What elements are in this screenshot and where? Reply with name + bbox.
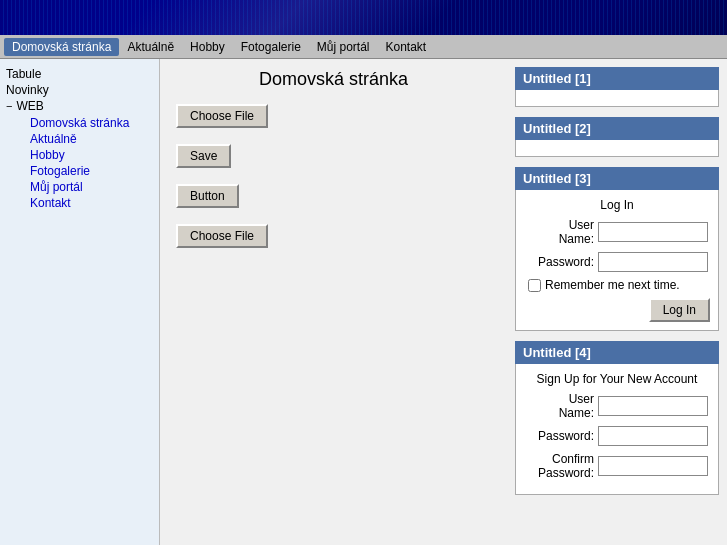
username-row: UserName:	[524, 218, 710, 246]
remember-label: Remember me next time.	[545, 278, 680, 292]
nav-item-mujportal[interactable]: Můj portál	[309, 38, 378, 56]
panel-3: Untitled [3] Log In UserName: Password: …	[515, 167, 719, 331]
signup-username-label: UserName:	[524, 392, 594, 420]
nav-item-kontakt[interactable]: Kontakt	[378, 38, 435, 56]
choose-file-2-button[interactable]: Choose File	[176, 224, 268, 248]
panel-4: Untitled [4] Sign Up for Your New Accoun…	[515, 341, 719, 495]
login-button[interactable]: Log In	[649, 298, 710, 322]
username-input[interactable]	[598, 222, 708, 242]
right-panel: Untitled [1] Untitled [2] Untitled [3] L…	[507, 59, 727, 545]
remember-checkbox[interactable]	[528, 279, 541, 292]
sidebar-link-kontakt[interactable]: Kontakt	[28, 195, 153, 211]
panel-3-body: Log In UserName: Password: Remember me n…	[515, 190, 719, 331]
main-content: Domovská stránka Choose File Save Button…	[160, 59, 507, 545]
button-wrapper: Button	[176, 184, 491, 216]
sidebar-web-label: WEB	[16, 99, 43, 113]
generic-button[interactable]: Button	[176, 184, 239, 208]
signup-password-row: Password:	[524, 426, 710, 446]
signup-confirm-label: ConfirmPassword:	[524, 452, 594, 480]
signup-confirm-row: ConfirmPassword:	[524, 452, 710, 480]
sidebar-link-mujportal[interactable]: Můj portál	[28, 179, 153, 195]
choose-file-1-button[interactable]: Choose File	[176, 104, 268, 128]
password-input[interactable]	[598, 252, 708, 272]
username-label: UserName:	[524, 218, 594, 246]
sidebar-link-fotogalerie[interactable]: Fotogalerie	[28, 163, 153, 179]
login-btn-row: Log In	[524, 298, 710, 322]
top-banner	[0, 0, 727, 35]
password-row: Password:	[524, 252, 710, 272]
panel-1-body	[515, 90, 719, 107]
sidebar-tabule[interactable]: Tabule	[6, 67, 153, 81]
login-title: Log In	[524, 198, 710, 212]
sidebar-collapse-icon[interactable]: −	[6, 100, 12, 112]
password-label: Password:	[524, 255, 594, 269]
signup-username-row: UserName:	[524, 392, 710, 420]
sidebar: Tabule Novinky − WEB Domovská stránka Ak…	[0, 59, 160, 545]
page-title: Domovská stránka	[176, 69, 491, 90]
nav-item-hobby[interactable]: Hobby	[182, 38, 233, 56]
remember-row: Remember me next time.	[528, 278, 710, 292]
nav-bar: Domovská stránka Aktuálně Hobby Fotogale…	[0, 35, 727, 59]
sidebar-links: Domovská stránka Aktuálně Hobby Fotogale…	[6, 115, 153, 211]
sidebar-link-domovska[interactable]: Domovská stránka	[28, 115, 153, 131]
panel-4-header: Untitled [4]	[515, 341, 719, 364]
signup-confirm-input[interactable]	[598, 456, 708, 476]
panel-4-body: Sign Up for Your New Account UserName: P…	[515, 364, 719, 495]
main-layout: Tabule Novinky − WEB Domovská stránka Ak…	[0, 59, 727, 545]
nav-item-fotogalerie[interactable]: Fotogalerie	[233, 38, 309, 56]
sidebar-web-header: − WEB	[6, 99, 153, 113]
panel-3-header: Untitled [3]	[515, 167, 719, 190]
signup-username-input[interactable]	[598, 396, 708, 416]
panel-2-body	[515, 140, 719, 157]
save-button[interactable]: Save	[176, 144, 231, 168]
sidebar-novinky[interactable]: Novinky	[6, 83, 153, 97]
panel-1: Untitled [1]	[515, 67, 719, 107]
choose-file-1-wrapper: Choose File	[176, 104, 491, 136]
sidebar-link-aktualne[interactable]: Aktuálně	[28, 131, 153, 147]
nav-item-aktualne[interactable]: Aktuálně	[119, 38, 182, 56]
panel-2: Untitled [2]	[515, 117, 719, 157]
signup-title: Sign Up for Your New Account	[524, 372, 710, 386]
nav-item-domovska[interactable]: Domovská stránka	[4, 38, 119, 56]
signup-password-label: Password:	[524, 429, 594, 443]
signup-password-input[interactable]	[598, 426, 708, 446]
save-wrapper: Save	[176, 144, 491, 176]
choose-file-2-wrapper: Choose File	[176, 224, 491, 256]
sidebar-link-hobby[interactable]: Hobby	[28, 147, 153, 163]
panel-1-header: Untitled [1]	[515, 67, 719, 90]
panel-2-header: Untitled [2]	[515, 117, 719, 140]
